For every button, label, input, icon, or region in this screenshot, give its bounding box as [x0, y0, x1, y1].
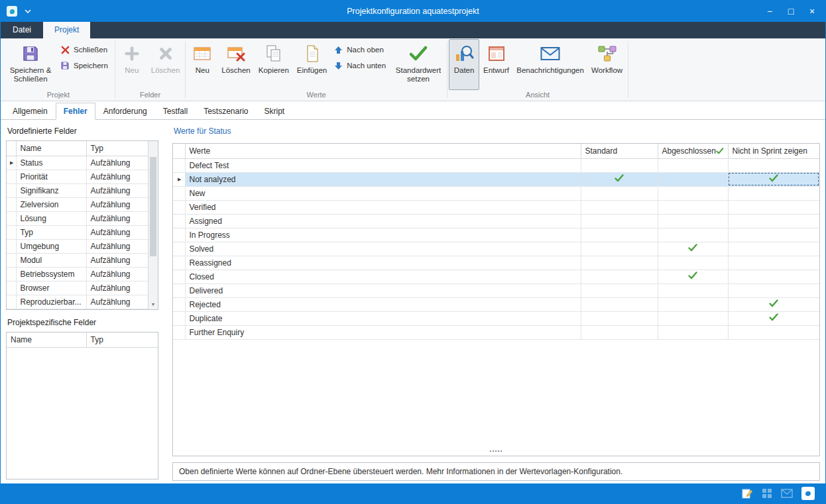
- value-row[interactable]: Duplicate: [173, 311, 819, 325]
- cell-standard[interactable]: [581, 158, 658, 172]
- cell-standard[interactable]: [581, 270, 658, 283]
- cell-werte[interactable]: Not analyzed: [185, 172, 581, 186]
- cell-abgeschlossen[interactable]: [658, 297, 728, 311]
- page-tab-allgemein[interactable]: Allgemein: [5, 103, 56, 120]
- value-row[interactable]: In Progress: [173, 228, 819, 242]
- cell-name[interactable]: Modul: [16, 253, 86, 267]
- page-tab-skript[interactable]: Skript: [257, 103, 293, 120]
- cell-typ[interactable]: Aufzählung: [86, 267, 148, 281]
- page-tab-fehler[interactable]: Fehler: [56, 103, 95, 120]
- field-delete-button[interactable]: Löschen: [147, 39, 184, 90]
- cell-abgeschlossen[interactable]: [658, 158, 728, 172]
- value-row[interactable]: Defect Test: [173, 158, 819, 172]
- tab-projekt[interactable]: Projekt: [43, 22, 90, 38]
- column-header-typ[interactable]: Typ: [86, 141, 148, 156]
- cell-nicht-in-sprint[interactable]: [728, 297, 819, 311]
- cell-standard[interactable]: [581, 311, 658, 325]
- scroll-down-icon[interactable]: ▼: [148, 299, 158, 309]
- close-button[interactable]: ×: [801, 3, 823, 20]
- cell-werte[interactable]: Defect Test: [185, 158, 581, 172]
- cell-abgeschlossen[interactable]: [658, 283, 728, 297]
- cell-werte[interactable]: Delivered: [185, 283, 581, 297]
- cell-typ[interactable]: Aufzählung: [86, 253, 148, 267]
- cell-werte[interactable]: Closed: [185, 270, 581, 283]
- column-header-name[interactable]: Name: [16, 141, 86, 156]
- cell-nicht-in-sprint[interactable]: [728, 158, 819, 172]
- value-row[interactable]: Verified: [173, 200, 819, 214]
- view-data-button[interactable]: Daten: [449, 39, 479, 90]
- field-row[interactable]: LösungAufzählung: [7, 211, 148, 225]
- page-tab-testszenario[interactable]: Testszenario: [196, 103, 256, 120]
- column-header-standard[interactable]: Standard: [581, 144, 658, 158]
- cell-nicht-in-sprint[interactable]: [728, 242, 819, 256]
- field-row[interactable]: ▶StatusAufzählung: [7, 156, 148, 170]
- cell-abgeschlossen[interactable]: [658, 172, 728, 186]
- field-row[interactable]: UmgebungAufzählung: [7, 239, 148, 253]
- edit-note-icon[interactable]: [742, 488, 753, 499]
- modules-icon[interactable]: [762, 488, 772, 499]
- cell-nicht-in-sprint[interactable]: [728, 256, 819, 270]
- cell-nicht-in-sprint[interactable]: [728, 228, 819, 242]
- cell-werte[interactable]: Assigned: [185, 214, 581, 228]
- field-new-button[interactable]: Neu: [117, 39, 147, 90]
- cell-name[interactable]: Reproduzierbar...: [16, 295, 86, 309]
- cell-name[interactable]: Status: [16, 156, 86, 170]
- column-header-abgeschlossen[interactable]: Abgeschlossen: [658, 144, 728, 158]
- column-header-name[interactable]: Name: [7, 332, 86, 347]
- column-header-nicht-in-sprint[interactable]: Nicht in Sprint zeigen: [728, 144, 819, 158]
- cell-standard[interactable]: [581, 242, 658, 256]
- cell-name[interactable]: Lösung: [16, 211, 86, 225]
- mail-status-icon[interactable]: [781, 489, 793, 498]
- field-row[interactable]: PrioritätAufzählung: [7, 170, 148, 183]
- cell-werte[interactable]: Verified: [185, 200, 581, 214]
- cell-abgeschlossen[interactable]: [658, 200, 728, 214]
- cell-typ[interactable]: Aufzählung: [86, 156, 148, 170]
- app-logo-icon[interactable]: [801, 487, 815, 500]
- value-row[interactable]: ▶Not analyzed: [173, 172, 819, 186]
- copy-button[interactable]: Kopieren: [255, 39, 293, 90]
- cell-nicht-in-sprint[interactable]: [728, 214, 819, 228]
- cell-nicht-in-sprint[interactable]: [728, 172, 819, 186]
- cell-standard[interactable]: [581, 325, 658, 339]
- cell-typ[interactable]: Aufzählung: [86, 295, 148, 309]
- value-delete-button[interactable]: Löschen: [217, 39, 254, 90]
- scrollbar-thumb[interactable]: [150, 157, 156, 256]
- value-row[interactable]: Assigned: [173, 214, 819, 228]
- cell-werte[interactable]: Solved: [185, 242, 581, 256]
- save-project-button[interactable]: Speichern: [58, 59, 113, 72]
- value-new-button[interactable]: Neu: [187, 39, 217, 90]
- cell-abgeschlossen[interactable]: [658, 311, 728, 325]
- value-row[interactable]: Further Enquiry: [173, 325, 819, 339]
- field-row[interactable]: BetriebssystemAufzählung: [7, 267, 148, 281]
- cell-typ[interactable]: Aufzählung: [86, 239, 148, 253]
- cell-werte[interactable]: New: [185, 186, 581, 200]
- cell-nicht-in-sprint[interactable]: [728, 325, 819, 339]
- field-row[interactable]: ZielversionAufzählung: [7, 197, 148, 211]
- field-row[interactable]: Reproduzierbar...Aufzählung: [7, 295, 148, 309]
- minimize-button[interactable]: −: [759, 3, 780, 20]
- cell-abgeschlossen[interactable]: [658, 242, 728, 256]
- cell-typ[interactable]: Aufzählung: [86, 197, 148, 211]
- value-row[interactable]: Reassigned: [173, 256, 819, 270]
- page-tab-testfall[interactable]: Testfall: [155, 103, 196, 120]
- close-project-button[interactable]: Schließen: [58, 43, 113, 56]
- cell-abgeschlossen[interactable]: [658, 186, 728, 200]
- cell-typ[interactable]: Aufzählung: [86, 225, 148, 239]
- cell-abgeschlossen[interactable]: [658, 270, 728, 283]
- value-row[interactable]: Solved: [173, 242, 819, 256]
- cell-name[interactable]: Zielversion: [16, 197, 86, 211]
- cell-name[interactable]: Browser: [16, 281, 86, 295]
- cell-typ[interactable]: Aufzählung: [86, 281, 148, 295]
- cell-standard[interactable]: [581, 283, 658, 297]
- value-row[interactable]: New: [173, 186, 819, 200]
- cell-werte[interactable]: Reassigned: [185, 256, 581, 270]
- page-tab-anforderung[interactable]: Anforderung: [95, 103, 155, 120]
- view-notifications-button[interactable]: Benachrichtigungen: [513, 39, 587, 90]
- cell-name[interactable]: Betriebssystem: [16, 267, 86, 281]
- maximize-button[interactable]: □: [780, 3, 801, 20]
- paste-button[interactable]: Einfügen: [293, 39, 331, 90]
- column-header-werte[interactable]: Werte: [185, 144, 581, 158]
- view-workflow-button[interactable]: Workflow: [587, 39, 626, 90]
- view-design-button[interactable]: Entwurf: [479, 39, 513, 90]
- cell-abgeschlossen[interactable]: [658, 228, 728, 242]
